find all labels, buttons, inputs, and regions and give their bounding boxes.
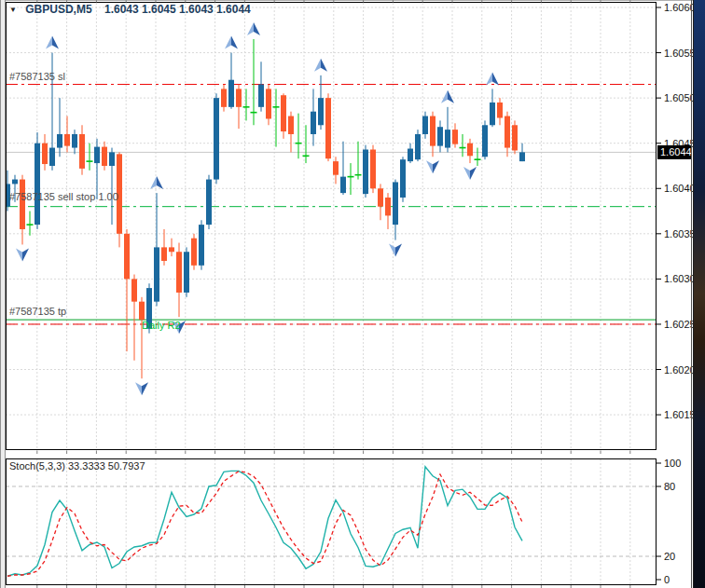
main-plot-border: [7, 3, 657, 450]
candle-body: [505, 116, 510, 148]
order-sl-label[interactable]: #7587135 sl: [9, 71, 65, 83]
fractal-arrow-up-icon: [492, 72, 499, 85]
candle-body: [370, 149, 376, 188]
stoch-signal-line: [7, 472, 522, 577]
order-sellstop-label[interactable]: #7587135 sell stop 1.00: [9, 191, 118, 203]
price-tick-label: 1.6015: [664, 409, 693, 420]
candle-body: [161, 247, 167, 261]
chart-canvas[interactable]: 1.60601.60551.60501.60451.60401.60351.60…: [0, 0, 693, 588]
stoch-values-label: 33.3333 50.7937: [68, 460, 145, 472]
candle-body: [94, 147, 100, 163]
candle-body: [281, 95, 286, 131]
candle-body: [482, 125, 488, 157]
fractal-arrow-up-icon: [46, 36, 52, 49]
candles: [5, 39, 525, 378]
candle-body: [221, 89, 227, 106]
stoch-plot-border: [7, 459, 657, 585]
price-tick-label: 1.6030: [664, 273, 693, 284]
candle-body: [385, 198, 391, 215]
candle-body: [408, 149, 413, 162]
candle-body: [79, 134, 85, 169]
candle-body: [445, 130, 450, 147]
candle-body: [437, 127, 443, 145]
price-tick-label: 1.6050: [664, 92, 693, 103]
chart-window: 1.60601.60551.60501.60451.60401.60351.60…: [0, 0, 705, 588]
candle-body: [72, 134, 77, 148]
candle-body: [109, 152, 115, 166]
candle-body: [378, 188, 383, 206]
gridlines: [6, 3, 657, 584]
candle-body: [519, 152, 525, 161]
fractal-arrow-up-icon: [254, 22, 260, 35]
candle-body: [102, 147, 107, 166]
candle-body: [430, 116, 435, 146]
stoch-header: Stoch(5,3,3) 33.3333 50.7937: [9, 460, 145, 472]
fractal-arrow-up-icon: [321, 59, 327, 72]
candle-body: [57, 134, 62, 148]
candle-body: [258, 85, 264, 107]
fractal-arrow-down-icon: [22, 248, 29, 261]
candle-body: [393, 182, 398, 225]
candle-body: [176, 252, 182, 293]
candle-body: [512, 125, 518, 150]
candle-body: [363, 149, 368, 194]
candle-body: [124, 234, 130, 280]
chart-header: ▼ GBPUSD,M5 1.6043 1.6045 1.6043 1.6044: [9, 4, 251, 17]
fractal-arrow-up-icon: [150, 176, 157, 189]
candle-body: [131, 279, 137, 301]
fractal-arrow-up-icon: [52, 36, 59, 49]
fractal-arrow-up-icon: [225, 36, 231, 49]
candle-body: [12, 180, 18, 185]
candle-body: [467, 144, 473, 157]
ohlc-label: 1.6043 1.6045 1.6043 1.6044: [104, 3, 251, 16]
price-tick-label: 1.6020: [664, 364, 693, 376]
candle-body: [191, 239, 197, 266]
price-tick-label: 1.6040: [664, 183, 693, 194]
candle-body: [236, 89, 242, 106]
fractal-arrow-down-icon: [389, 244, 395, 257]
candle-body: [154, 247, 159, 301]
candle-body: [452, 130, 458, 144]
candle-body: [400, 159, 406, 198]
candle-body: [169, 247, 174, 252]
candle-body: [266, 89, 271, 118]
workspace-background: [693, 0, 705, 588]
candle-body: [497, 103, 503, 118]
candle-body: [206, 180, 212, 226]
candle-body: [288, 116, 294, 134]
candle-body: [35, 144, 40, 225]
candle-body: [490, 103, 495, 125]
fractal-arrow-up-icon: [247, 22, 254, 35]
current-price-tag-label: 1.6044: [660, 146, 692, 157]
price-tick-label: 1.6025: [664, 319, 693, 330]
candle-body: [64, 134, 70, 146]
order-tp-label[interactable]: #7587135 tp: [9, 306, 66, 318]
price-tick-label: 1.6055: [664, 48, 693, 59]
symbol-label: GBPUSD,M5: [25, 3, 91, 16]
candle-body: [325, 98, 331, 158]
stoch-tick-label: 80: [664, 481, 675, 492]
candle-body: [214, 98, 219, 179]
fractal-arrow-down-icon: [463, 167, 470, 180]
fractal-arrow-up-icon: [231, 36, 238, 49]
candle-body: [20, 180, 25, 229]
candle-body: [228, 80, 234, 107]
fractal-arrows: [16, 22, 499, 395]
candle-body: [333, 161, 339, 175]
fractal-arrow-down-icon: [142, 382, 148, 395]
stoch-name-label: Stoch(5,3,3): [9, 460, 65, 472]
price-axis[interactable]: 1.60601.60551.60501.60451.60401.60351.60…: [657, 2, 693, 585]
daily-r2-label: Daily R2: [142, 320, 181, 332]
fractal-arrow-up-icon: [314, 59, 321, 72]
chevron-down-icon[interactable]: ▼: [9, 6, 17, 14]
candle-body: [340, 177, 346, 193]
fractal-arrow-down-icon: [395, 244, 402, 257]
candle-body: [42, 144, 48, 164]
stoch-tick-label: 0: [664, 574, 670, 585]
fractal-arrow-down-icon: [135, 382, 142, 395]
candle-body: [318, 98, 324, 125]
fractal-arrow-down-icon: [470, 167, 477, 180]
stoch-tick-label: 20: [664, 551, 675, 562]
price-tick-label: 1.6035: [664, 228, 693, 239]
fractal-arrow-up-icon: [157, 176, 163, 189]
